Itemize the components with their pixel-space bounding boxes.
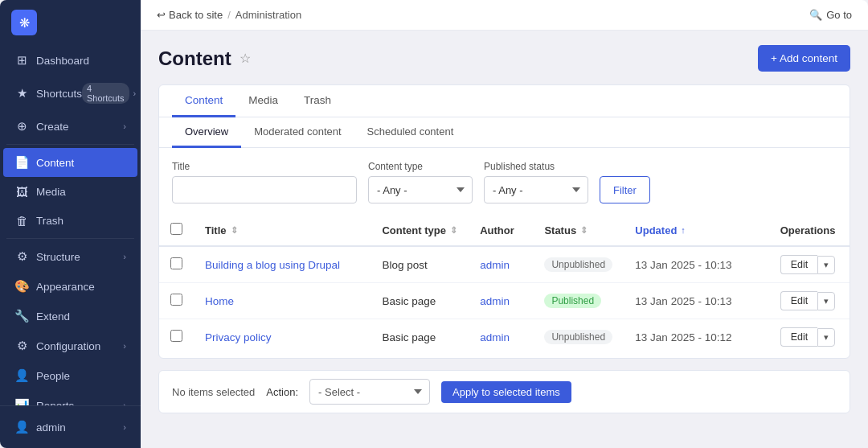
expand-icon: › — [123, 422, 126, 432]
sort-content-type-icon: ⇕ — [450, 225, 457, 236]
trash-icon: 🗑 — [14, 214, 29, 228]
tab-moderated[interactable]: Moderated content — [241, 117, 354, 148]
sidebar-item-dashboard[interactable]: ⊞ Dashboard — [3, 46, 137, 75]
expand-icon: › — [123, 252, 126, 261]
topbar: ↩ Back to site / Administration 🔍 Go to — [141, 0, 868, 31]
content-type-label: Content type — [368, 161, 473, 172]
sidebar-item-appearance[interactable]: 🎨 Appearance — [3, 272, 137, 301]
media-icon: 🖼 — [14, 185, 29, 199]
th-operations: Operations — [769, 215, 850, 246]
table-row: Home Basic page admin Published 13 Jan 2… — [159, 283, 850, 319]
row-checkbox-2[interactable] — [170, 294, 182, 306]
row-checkbox-1[interactable] — [170, 257, 182, 269]
content-title-link-1[interactable]: Building a blog using Drupal — [205, 259, 340, 271]
table-body: Building a blog using Drupal Blog post a… — [159, 246, 850, 355]
favorite-star-icon[interactable]: ☆ — [240, 51, 251, 66]
sidebar-item-media[interactable]: 🖼 Media — [3, 178, 137, 206]
add-content-button[interactable]: + Add content — [758, 45, 850, 72]
admin-user-item[interactable]: 👤 admin › — [3, 413, 137, 442]
page-header: Content ☆ + Add content — [158, 45, 850, 72]
edit-button-2[interactable]: Edit — [780, 291, 818, 310]
extend-icon: 🔧 — [14, 309, 29, 323]
author-link-1[interactable]: admin — [480, 259, 510, 271]
back-label: Back to site — [169, 9, 223, 21]
sidebar-item-label: Trash — [36, 215, 63, 227]
goto-label: Go to — [826, 9, 852, 21]
sidebar-item-label: Shortcuts — [36, 88, 82, 100]
expand-icon: › — [123, 341, 126, 351]
appearance-icon: 🎨 — [14, 279, 29, 294]
shortcuts-badge: 4 Shortcuts — [82, 83, 129, 104]
filter-button[interactable]: Filter — [600, 176, 650, 203]
edit-dropdown-button-3[interactable]: ▾ — [817, 328, 835, 347]
sidebar-item-create[interactable]: ⊕ Create › — [3, 112, 137, 141]
th-content-type[interactable]: Content type ⇕ — [371, 215, 469, 246]
content-type-cell-3: Basic page — [371, 319, 469, 356]
sidebar-item-label: Content — [36, 157, 74, 169]
table-row: Building a blog using Drupal Blog post a… — [159, 246, 850, 283]
action-label: Action: — [266, 386, 298, 398]
title-filter-group: Title — [172, 161, 357, 203]
th-updated[interactable]: Updated ↑ — [624, 215, 768, 246]
breadcrumb-separator: / — [227, 9, 231, 21]
status-badge-2: Published — [544, 294, 601, 308]
sidebar-item-content[interactable]: 📄 Content — [3, 148, 137, 177]
th-title[interactable]: Title ⇕ — [194, 215, 371, 246]
content-table-wrapper: Title ⇕ Content type ⇕ — [159, 215, 850, 358]
author-link-3[interactable]: admin — [480, 331, 510, 343]
tab-overview[interactable]: Overview — [172, 117, 241, 148]
title-filter-label: Title — [172, 161, 357, 172]
people-icon: 👤 — [14, 368, 29, 383]
sidebar-item-extend[interactable]: 🔧 Extend — [3, 302, 137, 331]
author-link-2[interactable]: admin — [480, 295, 510, 307]
content-type-cell-1: Blog post — [371, 246, 469, 283]
search-icon: 🔍 — [809, 9, 822, 21]
tab-content[interactable]: Content — [172, 85, 235, 117]
edit-button-3[interactable]: Edit — [780, 327, 818, 347]
content-title-link-2[interactable]: Home — [205, 295, 234, 307]
tab-trash[interactable]: Trash — [291, 85, 344, 117]
goto-button[interactable]: 🔍 Go to — [809, 9, 852, 21]
sidebar-item-trash[interactable]: 🗑 Trash — [3, 207, 137, 235]
edit-dropdown-button-1[interactable]: ▾ — [817, 256, 835, 274]
sidebar-item-configuration[interactable]: ⚙ Configuration › — [3, 331, 137, 360]
content-title-link-3[interactable]: Privacy policy — [205, 331, 272, 343]
drupal-logo-icon[interactable]: ❋ — [11, 10, 37, 35]
sidebar-item-structure[interactable]: ⚙ Structure › — [3, 242, 137, 271]
th-status[interactable]: Status ⇕ — [533, 215, 624, 246]
admin-breadcrumb-label: Administration — [235, 9, 301, 21]
action-select[interactable]: - Select - — [309, 379, 430, 405]
admin-label: admin — [36, 421, 66, 434]
title-filter-input[interactable] — [172, 176, 357, 203]
published-status-label: Published status — [484, 161, 588, 172]
sidebar-logo: ❋ — [0, 0, 141, 45]
expand-icon: › — [123, 121, 126, 131]
sort-status-icon: ⇕ — [580, 225, 588, 236]
sidebar-item-shortcuts[interactable]: ★ Shortcuts 4 Shortcuts › — [3, 76, 137, 111]
content-card: Content Media Trash Overview Moderated c… — [158, 84, 850, 359]
configuration-icon: ⚙ — [14, 339, 29, 353]
published-status-select[interactable]: - Any - — [484, 176, 588, 203]
content-type-filter-group: Content type - Any - — [368, 161, 473, 203]
sidebar-item-reports[interactable]: 📊 Reports › — [3, 391, 137, 405]
sidebar-item-label: People — [36, 370, 70, 382]
updated-cell-3: 13 Jan 2025 - 10:12 — [624, 319, 768, 356]
tab-media[interactable]: Media — [235, 85, 291, 117]
select-all-checkbox[interactable] — [170, 223, 182, 235]
sidebar-item-people[interactable]: 👤 People — [3, 361, 137, 390]
main-area: ↩ Back to site / Administration 🔍 Go to … — [141, 0, 868, 448]
updated-cell-1: 13 Jan 2025 - 10:13 — [624, 246, 768, 283]
content-type-select[interactable]: - Any - — [368, 176, 473, 203]
content-table: Title ⇕ Content type ⇕ — [159, 215, 850, 355]
page-title: Content — [158, 47, 231, 70]
back-to-site-link[interactable]: ↩ Back to site — [157, 9, 223, 21]
expand-icon: › — [133, 88, 137, 98]
edit-button-1[interactable]: Edit — [780, 255, 818, 274]
bottom-action-bar: No items selected Action: - Select - App… — [158, 370, 850, 413]
sidebar-item-label: Reports — [36, 400, 74, 406]
tab-scheduled[interactable]: Scheduled content — [354, 117, 467, 148]
reports-icon: 📊 — [14, 398, 29, 405]
row-checkbox-3[interactable] — [170, 330, 182, 342]
apply-button[interactable]: Apply to selected items — [441, 381, 571, 403]
edit-dropdown-button-2[interactable]: ▾ — [817, 292, 835, 310]
